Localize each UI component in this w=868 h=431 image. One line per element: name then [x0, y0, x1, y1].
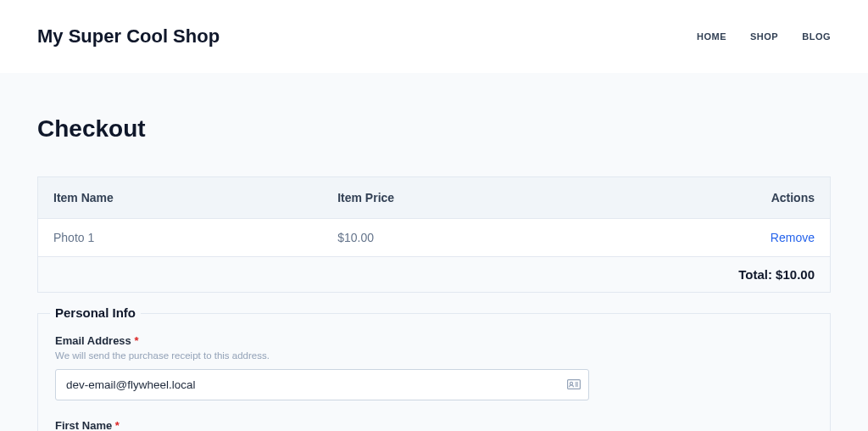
total-value: $10.00: [776, 267, 815, 282]
required-asterisk: *: [134, 334, 138, 347]
cell-item-name: Photo 1: [38, 219, 323, 257]
nav-item-shop[interactable]: SHOP: [750, 31, 778, 42]
personal-info-fieldset: Personal Info Email Address * We will se…: [37, 313, 831, 431]
site-header: My Super Cool Shop HOME SHOP BLOG: [0, 0, 868, 73]
total-label: Total:: [738, 267, 776, 282]
email-row: Email Address * We will send the purchas…: [55, 334, 589, 400]
main-nav: HOME SHOP BLOG: [697, 31, 831, 42]
cart-table: Item Name Item Price Actions Photo 1 $10…: [37, 176, 831, 293]
first-name-label-text: First Name: [55, 419, 115, 431]
email-label-text: Email Address: [55, 334, 134, 347]
cell-item-price: $10.00: [322, 219, 595, 257]
table-row: Photo 1 $10.00 Remove: [38, 219, 831, 257]
email-field[interactable]: [55, 369, 589, 400]
email-input-wrap: [55, 369, 589, 400]
first-name-label: First Name *: [55, 419, 589, 431]
col-item-price: Item Price: [322, 177, 595, 219]
email-label: Email Address *: [55, 334, 589, 347]
nav-item-blog[interactable]: BLOG: [802, 31, 831, 42]
cart-total: Total: $10.00: [38, 257, 831, 293]
nav-item-home[interactable]: HOME: [697, 31, 726, 42]
email-help: We will send the purchase receipt to thi…: [55, 350, 589, 361]
fieldset-legend: Personal Info: [50, 305, 141, 320]
page-title: Checkout: [37, 115, 831, 143]
page-body: Checkout Item Name Item Price Actions Ph…: [0, 73, 868, 431]
required-asterisk: *: [115, 419, 120, 431]
cell-actions: Remove: [595, 219, 830, 257]
first-name-row: First Name * We will use this to persona…: [55, 419, 589, 431]
col-actions: Actions: [595, 177, 830, 219]
remove-link[interactable]: Remove: [771, 231, 815, 244]
site-title: My Super Cool Shop: [37, 25, 220, 48]
col-item-name: Item Name: [38, 177, 323, 219]
